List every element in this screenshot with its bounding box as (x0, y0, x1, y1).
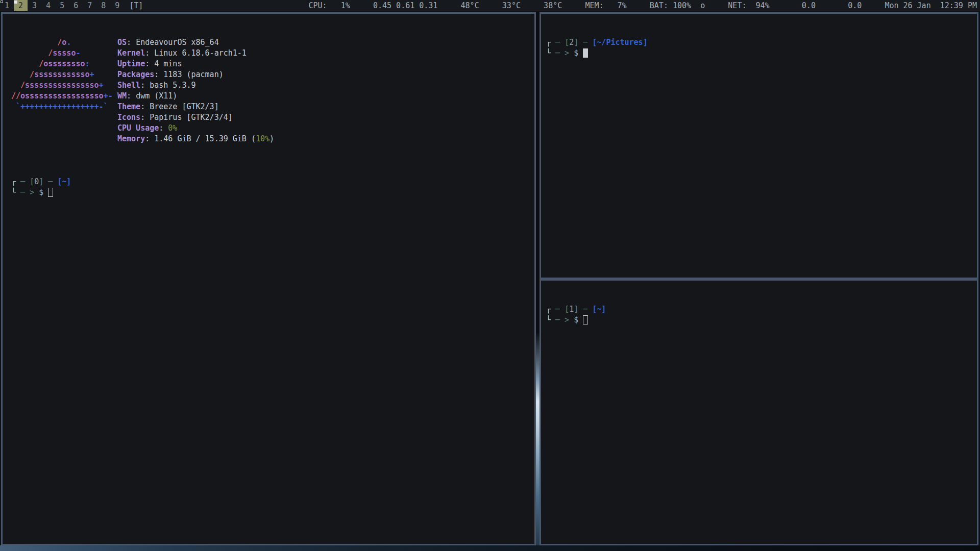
logo-segment: + (99, 81, 104, 90)
logo-segment: . (66, 38, 71, 47)
logo-segment: `+++++++++++++++++-` (11, 102, 108, 111)
info-line: Kernel: Linux 6.18.6-arch1-1 (117, 48, 274, 59)
info-line: Icons: Papirus [GTK2/3/4] (117, 112, 274, 123)
terminal-window-top-right[interactable]: ┌ ─ [2] ─ [~/Pictures]└ ─ > $ (540, 12, 978, 279)
tag-occupied-indicator (14, 1, 17, 4)
status-text: CPU: 1% 0.45 0.61 0.31 48°C 33°C 38°C ME… (309, 0, 977, 11)
info-value: dwm (X11) (136, 91, 177, 101)
prompt-line-1: ┌ ─ [0] ─ [~] (11, 177, 534, 187)
info-colon: : (127, 38, 136, 47)
tag-label: 1 (5, 1, 9, 10)
terminal-index: 0 (34, 177, 39, 186)
logo-line: //osssssssssssssssso+- (11, 91, 116, 102)
prompt-dash: ─ (16, 177, 30, 186)
shell-prompt-top-right: ┌ ─ [2] ─ [~/Pictures]└ ─ > $ (546, 37, 977, 59)
workspace-tag-7[interactable]: 7 (83, 0, 96, 11)
tag-label: 6 (74, 1, 78, 10)
info-label: Uptime (117, 59, 145, 68)
prompt-line-2: └ ─ > $ (11, 187, 534, 198)
logo-segment: / (11, 70, 34, 79)
info-colon: : (127, 91, 136, 101)
workspace-tag-4[interactable]: 4 (41, 0, 55, 11)
info-label: Theme (117, 102, 140, 111)
prompt-corner-top: ┌ (11, 177, 16, 186)
current-directory: [~/Pictures] (592, 38, 647, 47)
info-colon: : (140, 113, 150, 122)
prompt-dash: ─ (551, 305, 565, 314)
info-label: Packages (117, 70, 154, 79)
prompt-corner-bottom: └ (11, 188, 16, 197)
logo-segment: + (90, 70, 94, 79)
workspace-tag-6[interactable]: 6 (69, 0, 83, 11)
logo-segment: // (11, 91, 20, 101)
current-directory: [~] (592, 305, 606, 314)
prompt-line-1: ┌ ─ [1] ─ [~] (546, 304, 977, 315)
info-value: ) (270, 134, 274, 143)
terminal-cursor-hollow (48, 188, 53, 197)
info-value: 10% (256, 134, 270, 143)
info-line: Memory: 1.46 GiB / 15.39 GiB (10%) (117, 134, 274, 144)
info-colon: : (159, 123, 168, 133)
prompt-corner-bottom: └ (546, 48, 551, 58)
prompt-dollar: $ (574, 48, 583, 58)
logo-segment: sssso (53, 48, 76, 58)
terminal-cursor-hollow (583, 315, 588, 324)
workspace-tag-8[interactable]: 8 (96, 0, 110, 11)
tag-label: 9 (115, 1, 119, 10)
wallpaper-gap-streak (536, 12, 540, 545)
info-value: Breeze [GTK2/3] (150, 102, 218, 111)
workspace-tags: 123456789 (0, 0, 124, 11)
prompt-bracket: [ (30, 177, 34, 186)
desktop: 123456789 [T] CPU: 1% 0.45 0.61 0.31 48°… (0, 0, 980, 551)
prompt-bracket: ] (574, 305, 578, 314)
workspace-tag-9[interactable]: 9 (110, 0, 124, 11)
info-value: 1183 (pacman) (163, 70, 223, 79)
prompt-corner-top: ┌ (546, 305, 551, 314)
workspace-tag-5[interactable]: 5 (55, 0, 69, 11)
terminal-window-bottom-right[interactable]: ┌ ─ [1] ─ [~]└ ─ > $ (540, 279, 978, 545)
prompt-line-2: └ ─ > $ (546, 48, 977, 59)
logo-segment: / (11, 59, 43, 68)
prompt-dash: ─ (43, 177, 57, 186)
workspace-tag-2[interactable]: 2 (14, 0, 28, 11)
workspace-tag-3[interactable]: 3 (28, 0, 41, 11)
endeavouros-logo-ascii: /o. /sssso- /ossssssso: /ssssssssssso+ /… (11, 37, 116, 144)
tag-occupied-indicator (1, 1, 3, 3)
shell-prompt-bottom-right: ┌ ─ [1] ─ [~]└ ─ > $ (546, 304, 977, 325)
prompt-dollar: $ (39, 188, 48, 197)
fastfetch-output: /o. /sssso- /ossssssso: /ssssssssssso+ /… (11, 37, 534, 144)
prompt-dash: ─ (551, 38, 565, 47)
fastfetch-info: OS: EndeavourOS x86_64Kernel: Linux 6.18… (117, 37, 274, 144)
logo-segment: osssssssssssssssso (20, 91, 104, 101)
tag-label: 4 (46, 1, 51, 10)
terminal-index: 1 (569, 305, 574, 314)
info-label: OS (117, 38, 127, 47)
logo-segment: ssssssssssssssso (25, 81, 99, 90)
terminal-window-left[interactable]: /o. /sssso- /ossssssso: /ssssssssssso+ /… (1, 12, 536, 545)
prompt-line-2: └ ─ > $ (546, 315, 977, 325)
info-colon: : (145, 59, 154, 68)
info-colon: : (140, 81, 150, 90)
prompt-bracket: [ (565, 38, 569, 47)
logo-segment: ssssssssssso (34, 70, 89, 79)
logo-segment: - (76, 48, 80, 58)
info-value: 4 mins (154, 59, 182, 68)
info-colon: : (145, 134, 154, 143)
logo-segment: +- (104, 91, 113, 101)
tag-label: 3 (32, 1, 37, 10)
prompt-dash: ─ (578, 305, 592, 314)
info-colon: : (145, 48, 154, 58)
info-line: Uptime: 4 mins (117, 59, 274, 69)
prompt-arrow: ─ > (551, 315, 574, 324)
info-value: Linux 6.18.6-arch1-1 (154, 48, 247, 58)
info-label: Memory (117, 134, 145, 143)
shell-prompt-left: ┌ ─ [0] ─ [~]└ ─ > $ (11, 177, 534, 198)
workspace-tag-1[interactable]: 1 (0, 0, 14, 11)
info-value: bash 5.3.9 (150, 81, 195, 90)
prompt-line-1: ┌ ─ [2] ─ [~/Pictures] (546, 37, 977, 48)
logo-segment: / (11, 48, 53, 58)
tag-label: 8 (101, 1, 106, 10)
terminal-index: 2 (569, 38, 574, 47)
layout-symbol[interactable]: [T] (124, 1, 148, 10)
logo-segment: : (85, 59, 90, 68)
